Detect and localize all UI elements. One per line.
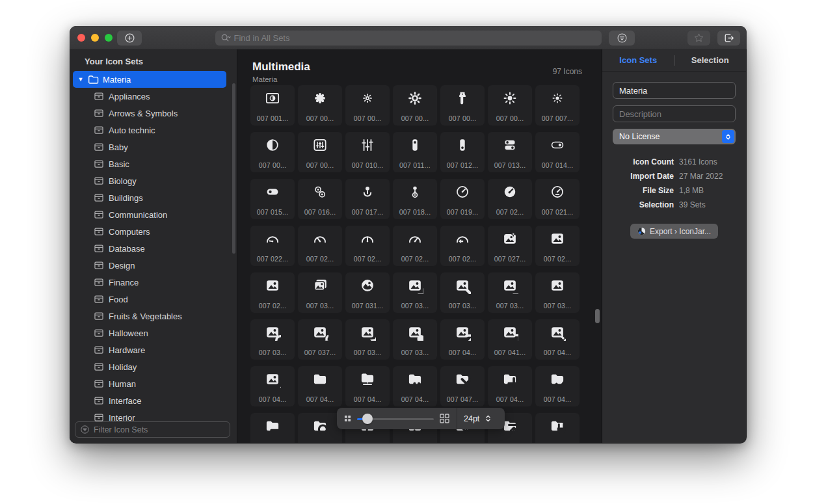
icon-cell[interactable]: 007 02...	[535, 226, 580, 266]
icon-cell[interactable]: 007 001...	[250, 85, 295, 126]
icon-cell[interactable]: 007 04...	[393, 366, 437, 406]
icon-cell[interactable]: 007 00...	[250, 132, 295, 172]
speedo-filled-icon	[501, 183, 518, 200]
icon-cell[interactable]: 007 015...	[250, 179, 295, 219]
icon-cell[interactable]: 007 04...	[250, 366, 295, 406]
icon-cell[interactable]: 007 00...	[440, 85, 485, 126]
icon-cell[interactable]: 007 018...	[393, 179, 437, 219]
photo-icon	[264, 324, 281, 341]
icon-cell[interactable]: 007 00...	[298, 132, 342, 172]
sidebar-item-materia[interactable]: ▼ Materia	[73, 71, 226, 88]
icon-cell[interactable]	[250, 413, 295, 443]
sidebar-item-database[interactable]: Database	[70, 240, 237, 257]
icon-cell[interactable]: 007 047...	[440, 366, 485, 406]
icon-cell[interactable]: 007 00...	[488, 85, 532, 126]
icon-size-select[interactable]: 24pt	[464, 414, 492, 423]
icon-cell[interactable]: 007 00...	[393, 85, 437, 126]
sidebar-item-baby[interactable]: Baby	[70, 139, 237, 155]
icon-cell[interactable]: 007 010...	[345, 132, 390, 172]
icon-cell[interactable]: 007 031...	[345, 272, 390, 313]
icon-cell[interactable]: 007 04...	[298, 366, 342, 406]
icon-cell[interactable]: 007 02...	[345, 226, 390, 266]
sidebar-item-computers[interactable]: Computers	[70, 223, 237, 240]
icon-cell[interactable]	[298, 413, 342, 443]
tab-selection[interactable]: Selection	[674, 49, 747, 71]
icon-cell[interactable]: 007 016...	[298, 179, 342, 219]
icon-cell[interactable]: 007 00...	[345, 85, 390, 126]
search-field[interactable]: Find in All Sets	[215, 31, 602, 46]
icon-cell[interactable]: 007 03...	[393, 272, 437, 313]
sidebar-item-interface[interactable]: Interface	[70, 392, 237, 409]
set-name-input[interactable]: Materia	[613, 82, 736, 99]
icon-cell[interactable]: 007 03...	[345, 319, 390, 360]
icon-cell[interactable]: 007 007...	[535, 85, 580, 126]
icon-set-jar-icon	[94, 91, 104, 101]
tab-icon-sets[interactable]: Icon Sets	[602, 49, 674, 71]
sidebar-item-auto-technic[interactable]: Auto technic	[70, 122, 237, 139]
favorite-button[interactable]	[687, 31, 710, 46]
export-iconjar-button[interactable]: Export › IconJar...	[630, 224, 718, 239]
sidebar-item-design[interactable]: Design	[70, 257, 237, 274]
icon-cell[interactable]: 007 022...	[250, 226, 295, 266]
select-stepper[interactable]	[722, 130, 734, 143]
icon-cell[interactable]: 007 04...	[345, 366, 390, 406]
sidebar-item-buildings[interactable]: Buildings	[70, 189, 237, 206]
icon-cell[interactable]: 007 011...	[393, 132, 437, 172]
zoom-window-button[interactable]	[105, 34, 113, 42]
icon-cell[interactable]: 007 03...	[393, 319, 437, 360]
zoom-bar: 24pt	[337, 408, 505, 429]
icon-cell[interactable]: 007 03...	[250, 319, 295, 360]
disclosure-triangle-icon[interactable]: ▼	[77, 76, 84, 83]
icon-cell[interactable]: 007 02...	[393, 226, 437, 266]
sidebar-item-fruits-vegetables[interactable]: Fruits & Vegetables	[70, 308, 237, 325]
icon-cell[interactable]: 007 04...	[535, 366, 580, 406]
icon-cell[interactable]: 007 04...	[440, 319, 485, 360]
icon-cell[interactable]: 007 03...	[298, 272, 342, 313]
icon-cell[interactable]: 007 03...	[535, 272, 580, 313]
icon-cell[interactable]: 007 02...	[488, 179, 532, 219]
icon-cell[interactable]: 007 02...	[250, 272, 295, 313]
sidebar-item-holiday[interactable]: Holiday	[70, 358, 237, 375]
sidebar-item-appliances[interactable]: Appliances	[70, 88, 237, 105]
sidebar-item-finance[interactable]: Finance	[70, 274, 237, 291]
add-set-button[interactable]	[117, 31, 142, 46]
sidebar-item-food[interactable]: Food	[70, 291, 237, 308]
license-select[interactable]: No License	[613, 129, 736, 144]
grid-scrollbar[interactable]	[595, 309, 600, 323]
minimize-window-button[interactable]	[91, 34, 99, 42]
icon-cell[interactable]: 007 013...	[488, 132, 532, 172]
icon-cell[interactable]: 007 014...	[535, 132, 580, 172]
sidebar-item-arrows-symbols[interactable]: Arrows & Symbols	[70, 105, 237, 122]
sidebar-item-biology[interactable]: Biology	[70, 172, 237, 189]
slider-knob[interactable]	[362, 414, 373, 424]
icon-cell[interactable]: 007 02...	[298, 226, 342, 266]
icon-cell[interactable]: 007 04...	[488, 366, 532, 406]
icon-cell[interactable]: 007 03...	[440, 272, 485, 313]
filter-sets-input[interactable]: Filter Icon Sets	[75, 421, 230, 438]
filter-button[interactable]	[609, 31, 635, 46]
sidebar-scrollbar[interactable]	[232, 83, 235, 254]
icon-cell[interactable]	[535, 413, 580, 443]
titlebar[interactable]: Find in All Sets	[70, 26, 747, 49]
icon-cell[interactable]: 007 017...	[345, 179, 390, 219]
icon-cell[interactable]: 007 019...	[440, 179, 485, 219]
folder-icon	[312, 418, 328, 434]
icon-cell[interactable]: 007 021...	[535, 179, 580, 219]
icon-cell[interactable]: 007 04...	[535, 319, 580, 360]
sidebar-item-hardware[interactable]: Hardware	[70, 341, 237, 358]
export-button[interactable]	[717, 31, 740, 46]
icon-cell[interactable]: 007 041...	[488, 319, 532, 360]
close-window-button[interactable]	[77, 34, 85, 42]
icon-cell[interactable]: 007 00...	[298, 85, 342, 126]
icon-cell[interactable]: 007 02...	[440, 226, 485, 266]
set-description-input[interactable]: Description	[613, 105, 736, 122]
sidebar-item-basic[interactable]: Basic	[70, 155, 237, 172]
sidebar-item-halloween[interactable]: Halloween	[70, 325, 237, 341]
icon-cell[interactable]: 007 03...	[488, 272, 532, 313]
icon-size-slider[interactable]	[357, 414, 434, 424]
icon-cell[interactable]: 007 012...	[440, 132, 485, 172]
sidebar-item-communication[interactable]: Communication	[70, 206, 237, 223]
icon-cell[interactable]: 007 037...	[298, 319, 342, 360]
sidebar-item-human[interactable]: Human	[70, 375, 237, 392]
icon-cell[interactable]: 007 027...	[488, 226, 532, 266]
